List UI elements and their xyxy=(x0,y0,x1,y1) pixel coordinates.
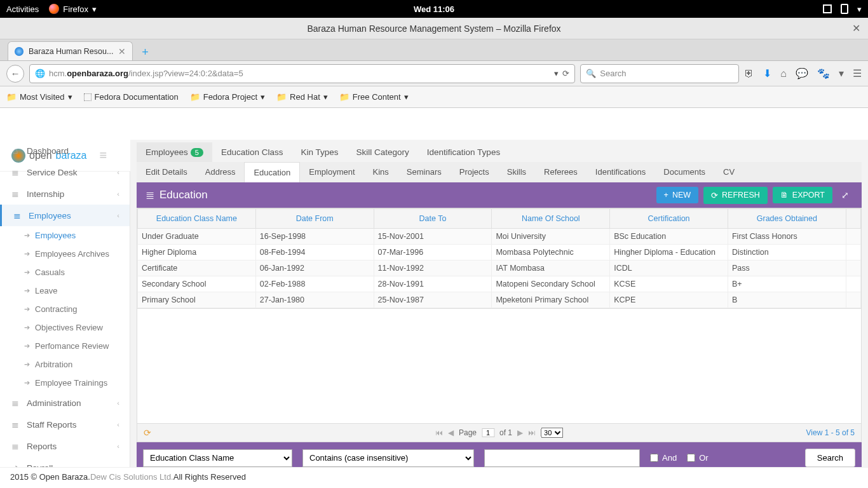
arrow-icon: ➔ xyxy=(24,287,30,295)
sidebar-sub-archives[interactable]: ➔Employees Archives xyxy=(0,245,130,263)
firefox-menu[interactable]: Firefox ▾ xyxy=(49,4,97,14)
hamburger-menu-icon[interactable]: ☰ xyxy=(853,67,862,79)
page-input[interactable] xyxy=(482,428,494,437)
and-checkbox[interactable]: And xyxy=(650,453,677,463)
chat-icon[interactable]: 💬 xyxy=(796,67,808,79)
or-checkbox[interactable]: Or xyxy=(687,453,708,463)
sidebar-item-dashboard[interactable]: ⌂Dashboard xyxy=(0,140,130,161)
maximize-icon[interactable] xyxy=(823,4,832,13)
tab-edit-details[interactable]: Edit Details xyxy=(137,162,196,182)
addons-icon[interactable]: 🐾 xyxy=(817,67,830,79)
table-cell: Matopeni Secondary School xyxy=(492,276,610,292)
tab-education[interactable]: Education xyxy=(244,162,300,182)
battery-icon[interactable] xyxy=(841,4,848,14)
next-page-icon[interactable]: ▶ xyxy=(517,428,523,437)
arrow-icon: ➔ xyxy=(24,379,30,387)
bookmark-free-content[interactable]: 📁Free Content▾ xyxy=(339,92,409,102)
pocket-icon[interactable]: ⛨ xyxy=(744,68,754,79)
page-size-select[interactable]: 30 xyxy=(541,428,563,438)
sidebar-item-employees[interactable]: ≣Employees‹ xyxy=(0,205,130,226)
bookmark-fedora-project[interactable]: 📁Fedora Project▾ xyxy=(190,92,265,102)
bookmarks-bar: 📁Most Visited▾ Fedora Documentation 📁Fed… xyxy=(0,86,868,108)
table-row[interactable]: Secondary School02-Feb-198828-Nov-1991Ma… xyxy=(138,276,861,292)
globe-icon: 🌐 xyxy=(35,69,45,78)
export-button[interactable]: 🗎EXPORT xyxy=(773,187,832,203)
tab-projects[interactable]: Projects xyxy=(451,162,498,182)
bookmark-redhat[interactable]: 📁Red Hat▾ xyxy=(276,92,328,102)
table-row[interactable]: Higher Diploma08-Feb-199407-Mar-1996Momb… xyxy=(138,245,861,261)
sidebar: ⌂Dashboard ≣Service Desk‹ ≣Internship‹ ≣… xyxy=(0,140,130,467)
sidebar-sub-trainings[interactable]: ➔Employee Trainings xyxy=(0,374,130,392)
tab-address[interactable]: Address xyxy=(196,162,245,182)
tab-education-class[interactable]: Education Class xyxy=(212,142,292,162)
table-row[interactable]: Certificate06-Jan-199211-Nov-1992IAT Mom… xyxy=(138,261,861,276)
search-value-input[interactable] xyxy=(484,449,640,467)
tab-skill-category[interactable]: Skill Category xyxy=(348,142,418,162)
tab-kins[interactable]: Kins xyxy=(364,162,398,182)
list-icon: ≣ xyxy=(10,167,20,177)
list-icon: ≣ xyxy=(146,189,154,202)
tab-seminars[interactable]: Seminars xyxy=(398,162,451,182)
sidebar-item-payroll[interactable]: ➔Payroll xyxy=(0,457,130,467)
sidebar-sub-casuals[interactable]: ➔Casuals xyxy=(0,263,130,281)
search-op-select[interactable]: Contains (case insensitive) xyxy=(302,449,474,467)
new-button[interactable]: +NEW xyxy=(656,187,698,203)
sidebar-sub-objectives[interactable]: ➔Objectives Review xyxy=(0,318,130,337)
back-button[interactable]: ← xyxy=(6,65,24,83)
tab-close-icon[interactable]: ✕ xyxy=(118,46,126,57)
toolbar-dropdown-icon[interactable]: ▾ xyxy=(839,67,844,79)
col-certification[interactable]: Certification xyxy=(610,209,728,229)
sidebar-item-service-desk[interactable]: ≣Service Desk‹ xyxy=(0,161,130,183)
col-education-class[interactable]: Education Class Name xyxy=(138,209,256,229)
table-row[interactable]: Under Graduate16-Sep-199815-Nov-2001Moi … xyxy=(138,229,861,245)
reload-icon[interactable]: ⟳ xyxy=(562,69,569,78)
tab-identifications[interactable]: Identifications xyxy=(587,162,655,182)
first-page-icon[interactable]: ⏮ xyxy=(435,428,443,437)
system-dropdown-icon[interactable]: ▾ xyxy=(857,4,862,14)
sidebar-item-internship[interactable]: ≣Internship‹ xyxy=(0,183,130,205)
history-dropdown-icon[interactable]: ▾ xyxy=(554,69,559,78)
browser-search-box[interactable]: 🔍 Search xyxy=(580,64,739,83)
activities-menu[interactable]: Activities xyxy=(6,4,39,14)
search-field-select[interactable]: Education Class Name xyxy=(143,449,292,467)
last-page-icon[interactable]: ⏭ xyxy=(528,428,536,437)
sidebar-item-staff-reports[interactable]: ≣Staff Reports‹ xyxy=(0,414,130,435)
tab-skills[interactable]: Skills xyxy=(498,162,535,182)
downloads-icon[interactable]: ⬇ xyxy=(763,67,771,79)
sidebar-sub-leave[interactable]: ➔Leave xyxy=(0,281,130,300)
tab-cv[interactable]: CV xyxy=(714,162,743,182)
tab-referees[interactable]: Referees xyxy=(535,162,587,182)
sidebar-sub-performance[interactable]: ➔Perfomance Review xyxy=(0,337,130,355)
tab-kin-types[interactable]: Kin Types xyxy=(292,142,347,162)
expand-icon[interactable]: ⤢ xyxy=(837,190,853,200)
sidebar-item-administration[interactable]: ≣Administration‹ xyxy=(0,392,130,414)
tab-documents[interactable]: Documents xyxy=(654,162,714,182)
panel-header: ≣Education +NEW ⟳REFRESH 🗎EXPORT ⤢ xyxy=(137,182,862,208)
prev-page-icon[interactable]: ◀ xyxy=(448,428,454,437)
table-cell: Secondary School xyxy=(138,276,256,292)
col-school[interactable]: Name Of School xyxy=(492,209,610,229)
tab-identification-types[interactable]: Identification Types xyxy=(418,142,509,162)
table-empty-space xyxy=(137,309,862,423)
sidebar-item-reports[interactable]: ≣Reports‹ xyxy=(0,435,130,457)
window-close-icon[interactable]: ✕ xyxy=(852,22,860,34)
browser-tab[interactable]: Baraza Human Resou... ✕ xyxy=(8,41,133,60)
sidebar-sub-contracting[interactable]: ➔Contracting xyxy=(0,300,130,318)
reload-icon[interactable]: ⟳ xyxy=(144,428,151,438)
search-button[interactable]: Search xyxy=(805,449,855,467)
sidebar-sub-employees[interactable]: ➔Employees xyxy=(0,226,130,245)
col-date-from[interactable]: Date From xyxy=(255,209,374,229)
bookmark-fedora-doc[interactable]: Fedora Documentation xyxy=(84,92,179,102)
bookmark-most-visited[interactable]: 📁Most Visited▾ xyxy=(6,92,72,102)
col-date-to[interactable]: Date To xyxy=(374,209,492,229)
address-bar[interactable]: 🌐 hcm.openbaraza.org/index.jsp?view=24:0… xyxy=(29,64,575,83)
table-row[interactable]: Primary School27-Jan-198025-Nov-1987Mpek… xyxy=(138,292,861,308)
new-tab-button[interactable]: + xyxy=(137,44,153,60)
home-icon[interactable]: ⌂ xyxy=(780,68,787,79)
tab-employees[interactable]: Employees5 xyxy=(137,142,212,162)
refresh-button[interactable]: ⟳REFRESH xyxy=(703,187,768,204)
tab-employment[interactable]: Employment xyxy=(300,162,363,182)
badge-count: 5 xyxy=(191,148,203,157)
sidebar-sub-arbitration[interactable]: ➔Arbitration xyxy=(0,355,130,374)
col-grades[interactable]: Grades Obtained xyxy=(728,209,846,229)
